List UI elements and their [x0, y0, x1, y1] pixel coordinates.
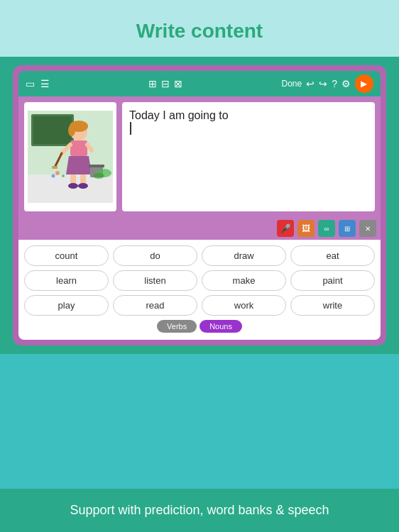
grid3-icon[interactable]: ⊠	[174, 78, 182, 89]
word-learn[interactable]: learn	[24, 270, 109, 291]
word-bank: count do draw eat learn listen make pain…	[18, 240, 381, 340]
word-paint[interactable]: paint	[290, 270, 375, 291]
tab-nouns[interactable]: Nouns	[200, 320, 242, 333]
svg-marker-10	[66, 156, 92, 174]
svg-point-6	[68, 125, 75, 136]
bottom-title: Support with prediction, word banks & sp…	[14, 503, 385, 518]
top-section: Write content	[0, 0, 399, 57]
link-icon[interactable]: ∞	[318, 220, 335, 237]
menu-icon[interactable]: ☰	[40, 78, 50, 89]
word-write[interactable]: write	[290, 295, 375, 316]
word-work[interactable]: work	[202, 295, 286, 316]
svg-rect-18	[52, 166, 58, 169]
tab-bar: Verbs Nouns	[24, 316, 375, 334]
grid1-icon[interactable]: ⊞	[148, 78, 157, 89]
word-make[interactable]: make	[202, 270, 286, 291]
page-title: Write content	[14, 20, 385, 43]
folder-icon[interactable]: ▭	[26, 78, 35, 89]
grid-action-icon[interactable]: ⊞	[339, 220, 356, 237]
toolbar: ▭ ☰ ⊞ ⊟ ⊠ Done ↩ ↪ ? ⚙ ▶	[18, 71, 381, 96]
writing-text: Today I am going to	[129, 109, 368, 122]
content-area: Today I am going to	[18, 96, 381, 217]
word-play[interactable]: play	[24, 295, 109, 316]
svg-point-14	[78, 183, 88, 189]
image-action-icon[interactable]: 🖼	[297, 220, 315, 237]
toolbar-center: ⊞ ⊟ ⊠	[148, 78, 182, 89]
svg-rect-11	[70, 174, 76, 184]
svg-rect-12	[80, 174, 86, 184]
main-card: ▭ ☰ ⊞ ⊟ ⊠ Done ↩ ↪ ? ⚙ ▶	[13, 65, 386, 345]
middle-section: ▭ ☰ ⊞ ⊟ ⊠ Done ↩ ↪ ? ⚙ ▶	[0, 57, 399, 354]
scene-illustration	[28, 111, 113, 203]
toolbar-right: Done ↩ ↪ ? ⚙ ▶	[282, 74, 373, 93]
word-listen[interactable]: listen	[113, 270, 197, 291]
word-grid: count do draw eat learn listen make pain…	[24, 245, 375, 316]
svg-rect-3	[33, 116, 72, 144]
delete-icon[interactable]: ✕	[359, 220, 376, 237]
word-count[interactable]: count	[24, 245, 109, 266]
word-eat[interactable]: eat	[290, 245, 375, 266]
tab-verbs[interactable]: Verbs	[157, 320, 197, 333]
word-do[interactable]: do	[113, 245, 197, 266]
svg-rect-7	[70, 140, 87, 156]
action-bar: 🎤 🖼 ∞ ⊞ ✕	[18, 217, 381, 240]
svg-point-20	[62, 174, 65, 177]
done-button[interactable]: Done	[282, 79, 302, 89]
undo-icon[interactable]: ↩	[306, 78, 315, 89]
writing-panel[interactable]: Today I am going to	[122, 102, 375, 211]
svg-point-19	[55, 171, 60, 175]
settings-icon[interactable]: ⚙	[341, 78, 351, 89]
text-cursor	[130, 122, 131, 135]
svg-point-23	[93, 173, 104, 179]
play-button[interactable]: ▶	[355, 74, 373, 93]
toolbar-left: ▭ ☰	[26, 78, 50, 89]
bottom-section: Support with prediction, word banks & sp…	[0, 489, 399, 532]
help-icon[interactable]: ?	[332, 78, 337, 89]
svg-rect-16	[89, 165, 104, 167]
grid2-icon[interactable]: ⊟	[161, 78, 170, 89]
redo-icon[interactable]: ↪	[319, 78, 327, 89]
mic-icon[interactable]: 🎤	[277, 220, 294, 237]
svg-point-13	[68, 183, 78, 189]
word-draw[interactable]: draw	[202, 245, 286, 266]
svg-point-21	[52, 174, 55, 178]
image-panel	[24, 102, 116, 211]
word-read[interactable]: read	[113, 295, 197, 316]
